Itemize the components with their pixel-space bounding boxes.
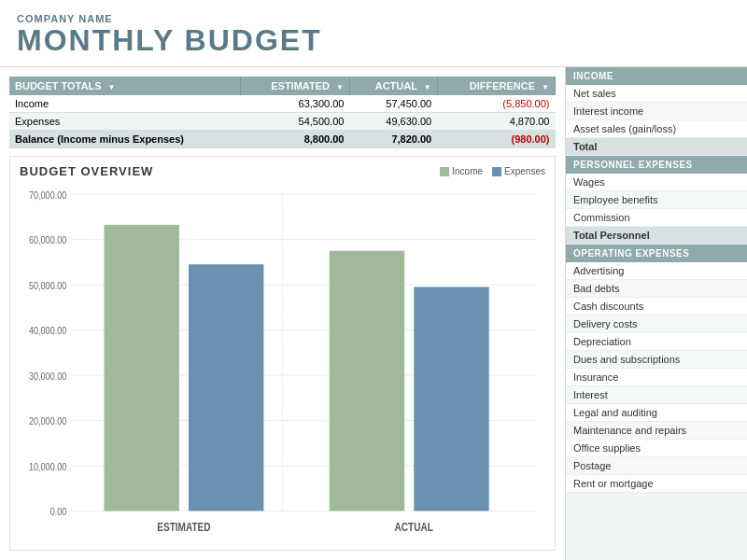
personnel-total: Total Personnel xyxy=(566,227,747,245)
svg-text:60,000.00: 60,000.00 xyxy=(29,235,67,246)
budget-difference-0: (5,850.00) xyxy=(437,95,555,113)
budget-row-2: Balance (Income minus Expenses)8,800.007… xyxy=(9,131,556,148)
header: COMPANY NAME MONTHLY BUDGET xyxy=(0,0,747,67)
income-item-net-sales: Net sales xyxy=(566,85,747,103)
bar-actual-income xyxy=(330,251,404,511)
budget-difference-2: (980.00) xyxy=(437,131,555,148)
filter-icon-3[interactable]: ▼ xyxy=(424,83,431,91)
income-item-asset-sales: Asset sales (gain/loss) xyxy=(566,120,747,138)
operating-section-header: OPERATING EXPENSES xyxy=(566,245,747,262)
budget-estimated-1: 54,500.00 xyxy=(241,113,350,131)
filter-icon-1[interactable]: ▼ xyxy=(108,83,116,91)
budget-estimated-0: 63,300.00 xyxy=(241,95,350,113)
op-item-delivery-costs: Delivery costs xyxy=(566,315,747,333)
op-item-rent: Rent or mortgage xyxy=(566,475,747,493)
personnel-item-commission: Commission xyxy=(566,209,747,227)
svg-text:30,000.00: 30,000.00 xyxy=(29,371,67,382)
budget-actual-0: 57,450.00 xyxy=(349,95,437,113)
svg-text:0.00: 0.00 xyxy=(50,507,67,518)
chart-container: BUDGET OVERVIEW Income Expenses xyxy=(9,156,556,551)
budget-chart: 0.00 10,000.00 20,000.00 30,000.00 40,00… xyxy=(20,183,545,545)
svg-text:20,000.00: 20,000.00 xyxy=(29,416,67,427)
income-total: Total xyxy=(566,138,747,156)
income-item-interest: Interest income xyxy=(566,103,747,120)
budget-row-0: Income63,300.0057,450.00(5,850.00) xyxy=(9,95,556,113)
income-legend-box xyxy=(440,167,449,176)
income-section-header: INCOME xyxy=(566,67,747,85)
op-item-legal-auditing: Legal and auditing xyxy=(566,404,747,422)
svg-text:10,000.00: 10,000.00 xyxy=(29,461,67,472)
budget-row-1: Expenses54,500.0049,630.004,870.00 xyxy=(9,113,556,131)
main-content: BUDGET TOTALS ▼ ESTIMATED ▼ ACTUAL ▼ DIF… xyxy=(0,67,747,560)
page-title: MONTHLY BUDGET xyxy=(17,24,730,57)
chart-legend: Income Expenses xyxy=(440,166,545,176)
svg-text:ACTUAL: ACTUAL xyxy=(395,522,433,534)
op-item-depreciation: Depreciation xyxy=(566,333,747,351)
budget-estimated-2: 8,800.00 xyxy=(241,131,350,148)
op-item-cash-discounts: Cash discounts xyxy=(566,298,747,315)
budget-label-0: Income xyxy=(9,95,241,113)
budget-tbody: Income63,300.0057,450.00(5,850.00)Expens… xyxy=(9,95,556,148)
col-estimated[interactable]: ESTIMATED ▼ xyxy=(241,77,350,95)
budget-actual-2: 7,820.00 xyxy=(349,131,437,148)
bar-estimated-expenses xyxy=(189,264,263,511)
svg-text:50,000.00: 50,000.00 xyxy=(29,280,67,291)
bar-estimated-income xyxy=(104,225,178,511)
col-budget-totals[interactable]: BUDGET TOTALS ▼ xyxy=(9,77,241,95)
chart-header: BUDGET OVERVIEW Income Expenses xyxy=(20,164,545,178)
op-item-office-supplies: Office supplies xyxy=(566,440,747,457)
op-item-interest: Interest xyxy=(566,386,747,404)
bar-actual-expenses xyxy=(414,287,488,511)
personnel-item-benefits: Employee benefits xyxy=(566,191,747,209)
right-panel: INCOME Net sales Interest income Asset s… xyxy=(565,67,747,560)
chart-title: BUDGET OVERVIEW xyxy=(20,164,153,178)
svg-text:ESTIMATED: ESTIMATED xyxy=(157,522,210,534)
op-item-advertising: Advertising xyxy=(566,262,747,280)
op-item-dues-subscriptions: Dues and subscriptions xyxy=(566,351,747,369)
svg-text:70,000.00: 70,000.00 xyxy=(29,189,67,201)
legend-expenses: Expenses xyxy=(492,166,545,176)
col-actual[interactable]: ACTUAL ▼ xyxy=(349,77,437,95)
left-panel: BUDGET TOTALS ▼ ESTIMATED ▼ ACTUAL ▼ DIF… xyxy=(0,67,565,560)
expenses-legend-box xyxy=(492,167,501,176)
filter-icon-2[interactable]: ▼ xyxy=(336,83,344,91)
personnel-item-wages: Wages xyxy=(566,174,747,191)
budget-difference-1: 4,870.00 xyxy=(437,113,555,131)
budget-label-2: Balance (Income minus Expenses) xyxy=(9,131,241,148)
op-item-maintenance: Maintenance and repairs xyxy=(566,422,747,440)
op-item-insurance: Insurance xyxy=(566,369,747,386)
budget-actual-1: 49,630.00 xyxy=(349,113,437,131)
op-item-postage: Postage xyxy=(566,457,747,475)
personnel-section-header: PERSONNEL EXPENSES xyxy=(566,156,747,174)
budget-label-1: Expenses xyxy=(9,113,241,131)
legend-income: Income xyxy=(440,166,483,176)
col-difference[interactable]: DIFFERENCE ▼ xyxy=(437,77,555,95)
svg-text:40,000.00: 40,000.00 xyxy=(29,326,67,337)
budget-table: BUDGET TOTALS ▼ ESTIMATED ▼ ACTUAL ▼ DIF… xyxy=(9,77,556,148)
op-item-bad-debts: Bad debts xyxy=(566,280,747,298)
filter-icon-4[interactable]: ▼ xyxy=(542,83,549,91)
